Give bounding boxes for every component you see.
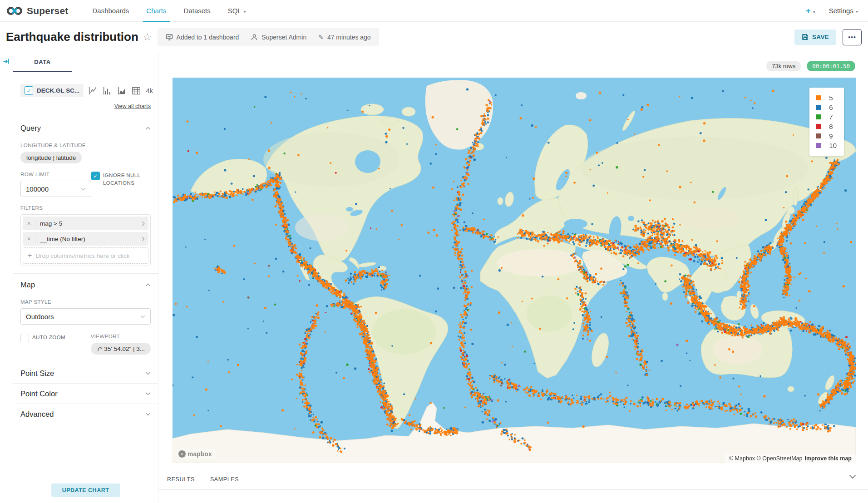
tab-data[interactable]: DATA — [13, 52, 72, 72]
chevron-down-icon — [145, 392, 151, 395]
legend-entry[interactable]: 5 — [816, 93, 837, 103]
caret-down-icon: ▾ — [856, 9, 858, 14]
attribution-links[interactable]: © Mapbox © OpenStreetMap — [729, 455, 803, 462]
legend-swatch — [816, 114, 821, 119]
panel-collapse-gutter — [0, 52, 13, 503]
divider — [158, 489, 868, 490]
filters-container: ×mag > 5×__time (No filter) + Drop colum… — [20, 214, 151, 266]
lonlat-value-pill[interactable]: longitude | latitude — [20, 152, 82, 163]
dataset-checkbox[interactable]: ✓ — [25, 86, 33, 95]
row-limit-select[interactable]: 100000 — [20, 181, 91, 197]
legend-label: 9 — [829, 132, 833, 140]
legend-label: 10 — [829, 142, 837, 149]
chevron-down-icon — [145, 371, 151, 375]
mapbox-icon: ◗ — [178, 450, 186, 458]
owner-meta[interactable]: Superset Admin — [251, 34, 306, 41]
chevron-down-icon — [81, 187, 86, 191]
chart-area: 73k rows 00:00:01.50 — [158, 52, 868, 503]
legend-entry[interactable]: 9 — [816, 131, 837, 141]
tab-results[interactable]: RESULTS — [167, 476, 195, 483]
nav-item-sql[interactable]: SQL▾ — [219, 0, 255, 21]
improve-map-link[interactable]: Improve this map — [805, 455, 852, 462]
viewport-label: VIEWPORT — [91, 334, 151, 339]
ignore-null-label[interactable]: IGNORE NULLLOCATIONS — [103, 172, 140, 187]
remove-filter-icon[interactable]: × — [23, 235, 35, 242]
world-map[interactable]: 5678910 ◗ mapbox © Mapbox © OpenStreetMa… — [173, 78, 856, 463]
filter-pill[interactable]: ×mag > 5 — [23, 217, 148, 230]
expand-filter-icon[interactable] — [138, 221, 148, 226]
area-chart-icon[interactable] — [117, 86, 127, 96]
earthquake-dots-canvas[interactable] — [173, 78, 856, 463]
map-legend: 5678910 — [809, 88, 844, 156]
new-item-menu[interactable]: +▾ — [806, 6, 815, 16]
more-options-button[interactable]: ••• — [843, 29, 862, 45]
superset-app: Superset DashboardsChartsDatasetsSQL▾ +▾… — [0, 0, 868, 503]
last-edited-meta[interactable]: ✎ 47 minutes ago — [318, 34, 370, 41]
chevron-down-icon — [145, 412, 151, 416]
collapse-panel-icon[interactable] — [3, 58, 10, 65]
collapse-results-chevron-icon[interactable] — [849, 474, 856, 479]
view-all-charts-link[interactable]: View all charts — [13, 103, 151, 109]
nav-item-dashboards[interactable]: Dashboards — [84, 0, 138, 21]
results-bar: RESULTSSAMPLES — [158, 471, 868, 489]
filter-pill[interactable]: ×__time (No filter) — [23, 232, 148, 246]
section-point-color[interactable]: Point Color — [13, 383, 158, 404]
superset-logo[interactable]: Superset — [6, 5, 68, 16]
update-chart-button[interactable]: UPDATE CHART — [51, 483, 120, 497]
nav-item-datasets[interactable]: Datasets — [175, 0, 219, 21]
section-point-size[interactable]: Point Size — [13, 363, 158, 383]
save-icon — [802, 34, 809, 40]
mapbox-logo[interactable]: ◗ mapbox — [177, 449, 217, 459]
legend-swatch — [816, 95, 821, 100]
legend-entry[interactable]: 10 — [816, 141, 837, 150]
chart-meta: Added to 1 dashboard Superset Admin ✎ 47… — [158, 28, 379, 46]
caret-down-icon: ▾ — [813, 10, 815, 15]
bar-chart-icon[interactable] — [102, 86, 112, 96]
viewport-value-pill[interactable]: 7° 35' 54.02" | 3... — [91, 343, 151, 355]
legend-entry[interactable]: 6 — [816, 103, 837, 112]
auto-zoom-checkbox[interactable]: ✓ — [20, 334, 29, 342]
section-advanced[interactable]: Advanced — [13, 404, 158, 424]
pencil-icon: ✎ — [318, 34, 324, 41]
filters-drop-zone[interactable]: + Drop columns/metrics here or click — [23, 247, 148, 264]
brand-name: Superset — [27, 5, 68, 16]
favorite-star-icon[interactable]: ☆ — [143, 31, 152, 43]
legend-entry[interactable]: 8 — [816, 122, 837, 131]
filter-label: __time (No filter) — [35, 236, 138, 242]
settings-menu[interactable]: Settings▾ — [829, 7, 858, 15]
query-section: Query LONGITUDE & LATITUDE longitude | l… — [13, 117, 158, 266]
chart-header: Earthquake distribution ☆ Added to 1 das… — [0, 22, 868, 52]
save-button[interactable]: SAVE — [794, 30, 836, 45]
superset-infinity-icon — [6, 6, 23, 16]
auto-zoom-label[interactable]: AUTO ZOOM — [32, 334, 65, 342]
viz-type-4k[interactable]: 4k — [146, 87, 153, 94]
viz-type-icons: 4k — [88, 86, 168, 96]
dashboards-meta[interactable]: Added to 1 dashboard — [166, 34, 239, 41]
nav-item-charts[interactable]: Charts — [138, 0, 175, 21]
map-style-label: MAP STYLE — [20, 299, 151, 305]
user-icon — [251, 34, 258, 41]
nav-items: DashboardsChartsDatasetsSQL▾ — [84, 0, 254, 21]
legend-label: 5 — [829, 94, 833, 102]
plus-icon: + — [28, 252, 32, 260]
map-section: Map MAP STYLE Outdoors ✓ AUTO ZOOM VIEWP… — [13, 274, 158, 363]
map-style-select[interactable]: Outdoors — [20, 308, 151, 325]
map-section-header[interactable]: Map — [20, 274, 151, 291]
expand-filter-icon[interactable] — [138, 237, 148, 242]
legend-entry[interactable]: 7 — [816, 112, 837, 122]
query-timer-badge: 00:00:01.50 — [807, 61, 855, 71]
legend-label: 8 — [829, 123, 833, 130]
table-icon[interactable] — [131, 86, 141, 96]
ignore-null-checkbox[interactable]: ✓ — [91, 172, 100, 180]
legend-swatch — [816, 143, 821, 148]
legend-swatch — [816, 124, 821, 129]
data-panel: DATA ✓ DECK.GL SC... 4k View all charts … — [13, 52, 158, 503]
caret-down-icon: ▾ — [244, 9, 246, 14]
line-chart-icon[interactable] — [88, 86, 98, 96]
dataset-pill[interactable]: ✓ DECK.GL SC... — [20, 84, 84, 97]
query-section-header[interactable]: Query — [20, 117, 151, 134]
legend-label: 7 — [829, 113, 833, 121]
remove-filter-icon[interactable]: × — [23, 220, 35, 227]
tab-samples[interactable]: SAMPLES — [210, 476, 239, 483]
dashboard-icon — [166, 34, 173, 41]
